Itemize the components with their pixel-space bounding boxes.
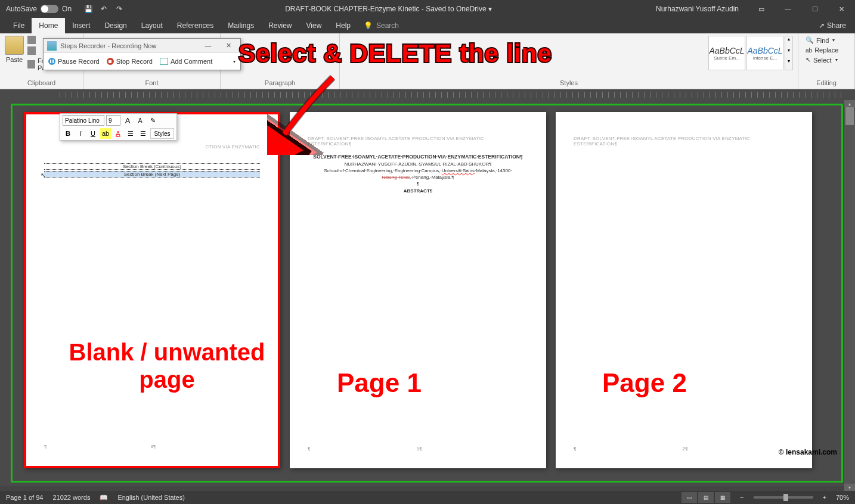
autosave-label: AutoSave	[6, 5, 37, 13]
replace-icon: ab	[806, 47, 812, 54]
tab-design[interactable]: Design	[97, 18, 134, 33]
style-intense-emphasis[interactable]: AaBbCcL Intense E...	[746, 36, 783, 70]
autosave-toggle[interactable]: AutoSave On	[0, 5, 78, 13]
doc-affiliation: School·of·Chemical·Engineering,·Engineer…	[308, 167, 528, 181]
styles-group-label: Styles	[345, 78, 793, 86]
replace-button[interactable]: abReplace	[803, 46, 850, 54]
comment-label: Add Comment	[171, 58, 212, 65]
redo-icon[interactable]: ↷	[114, 4, 124, 14]
find-button[interactable]: 🔍Find▾	[803, 36, 850, 45]
mini-size-input[interactable]	[106, 115, 120, 126]
read-mode-icon[interactable]: ▭	[681, 492, 697, 503]
language-status[interactable]: English (United States)	[117, 494, 185, 501]
zoom-slider[interactable]	[754, 496, 813, 499]
word-count[interactable]: 21022 words	[52, 494, 90, 501]
font-color-icon[interactable]: A	[113, 128, 123, 139]
tab-mailings[interactable]: Mailings	[221, 18, 261, 33]
scroll-thumb[interactable]	[845, 107, 854, 125]
vertical-scrollbar[interactable]: ▴ ▾	[844, 100, 855, 491]
brush-icon	[27, 60, 35, 69]
annotation-arrow	[267, 71, 339, 155]
autosave-switch-icon[interactable]	[41, 5, 58, 13]
pause-record-button[interactable]: Pause Record	[48, 58, 100, 65]
minimize-button[interactable]: —	[775, 0, 801, 18]
save-icon[interactable]: 💾	[83, 4, 93, 14]
italic-icon[interactable]: I	[75, 128, 86, 139]
tab-references[interactable]: References	[170, 18, 221, 33]
page-1[interactable]: DRAFT: SOLVENT-FREE ISOAMYL ACETATE PROD…	[290, 112, 546, 468]
bullets-icon[interactable]: ☰	[125, 128, 136, 139]
share-button[interactable]: ↗ Share	[810, 21, 855, 30]
document-title: DRAFT-BOOK CHAPTER-Enzyme Kinetic - Save…	[130, 5, 647, 13]
autosave-state: On	[62, 5, 72, 13]
ribbon-options-icon[interactable]: ▭	[748, 0, 775, 18]
tab-insert[interactable]: Insert	[65, 18, 97, 33]
zoom-out-button[interactable]: −	[740, 494, 744, 501]
shrink-font-icon[interactable]: A	[135, 115, 145, 126]
mini-toolbar[interactable]: A A ✎ B I U ab A ☰ ☰ Styles	[60, 113, 177, 141]
page-header: DRAFT: SOLVENT-FREE ISOAMYL ACETATE PROD…	[556, 112, 812, 150]
web-layout-icon[interactable]: ▦	[715, 492, 730, 503]
section-break-continuous[interactable]: Section Break (Continuous)	[44, 163, 260, 170]
scroll-down-icon[interactable]: ▾	[844, 484, 855, 491]
zoom-in-button[interactable]: +	[823, 494, 826, 501]
stop-record-button[interactable]: Stop Record	[107, 58, 153, 65]
section-break-next-page[interactable]: Section Break (Next Page)	[44, 171, 260, 178]
select-button[interactable]: ↖Select▾	[803, 55, 850, 64]
clipboard-label: Clipboard	[5, 78, 78, 86]
spell-check-icon[interactable]: 📖	[100, 494, 108, 502]
tab-layout[interactable]: Layout	[134, 18, 170, 33]
undo-icon[interactable]: ↶	[99, 4, 109, 14]
bold-icon[interactable]: B	[63, 128, 73, 139]
page-2[interactable]: DRAFT: SOLVENT-FREE ISOAMYL ACETATE PROD…	[556, 112, 812, 468]
recorder-minimize-button[interactable]: —	[200, 42, 216, 49]
tab-review[interactable]: Review	[261, 18, 299, 33]
underline-icon[interactable]: U	[88, 128, 98, 139]
pilcrow: ¶	[44, 444, 47, 449]
find-icon: 🔍	[806, 36, 814, 44]
page-blank[interactable]: CTION VIA ENZYMATIC Section Break (Conti…	[24, 112, 280, 468]
add-comment-button[interactable]: Add Comment	[160, 58, 212, 65]
vertical-ruler[interactable]	[0, 100, 11, 486]
tell-me-search[interactable]: 💡 Search	[358, 21, 399, 30]
recorder-menu-button[interactable]: ▾	[233, 59, 236, 64]
annotation-main: Select & DELETE the line	[238, 39, 552, 68]
mini-font-input[interactable]	[63, 115, 104, 126]
close-button[interactable]: ✕	[828, 0, 855, 18]
steps-recorder-window[interactable]: Steps Recorder - Recording Now — ✕ Pause…	[43, 38, 241, 70]
chevron-up-icon: ▴	[785, 36, 792, 48]
find-label: Find	[816, 37, 829, 44]
styles-more-button[interactable]: ▴ ▾ ▾	[785, 36, 793, 70]
zoom-level[interactable]: 70%	[836, 494, 849, 501]
editing-group: 🔍Find▾ abReplace ↖Select▾ Editing	[798, 33, 855, 89]
copy-icon	[27, 46, 36, 55]
horizontal-ruler[interactable]	[0, 89, 855, 100]
maximize-button[interactable]: ☐	[801, 0, 828, 18]
grow-font-icon[interactable]: A	[122, 115, 133, 126]
format-painter-icon[interactable]: ✎	[147, 115, 158, 126]
recorder-title-bar[interactable]: Steps Recorder - Recording Now — ✕	[44, 39, 240, 53]
print-layout-icon[interactable]: ▤	[698, 492, 714, 503]
tab-view[interactable]: View	[299, 18, 329, 33]
title-bar: AutoSave On 💾 ↶ ↷ DRAFT-BOOK CHAPTER-Enz…	[0, 0, 855, 18]
pilcrow: ¶	[308, 446, 310, 452]
share-icon: ↗	[819, 21, 825, 30]
user-name[interactable]: Nurhazwani Yusoff Azudin	[647, 5, 748, 13]
tab-home[interactable]: Home	[32, 18, 65, 33]
mini-styles-button[interactable]: Styles	[150, 128, 174, 139]
scroll-up-icon[interactable]: ▴	[844, 100, 855, 107]
recorder-close-button[interactable]: ✕	[220, 42, 237, 49]
abstract-heading: ABSTRACT¶	[308, 188, 528, 194]
status-bar: Page 1 of 94 21022 words 📖 English (Unit…	[0, 491, 855, 504]
annotation-page1: Page 1	[337, 368, 422, 398]
document-area: CTION VIA ENZYMATIC Section Break (Conti…	[0, 100, 855, 486]
style-subtle-emphasis[interactable]: AaBbCcL Subtle Em...	[708, 36, 745, 70]
tab-file[interactable]: File	[6, 18, 32, 33]
pause-icon	[48, 58, 55, 65]
page-status[interactable]: Page 1 of 94	[6, 494, 43, 501]
paste-button[interactable]: Paste	[5, 36, 24, 71]
highlight-icon[interactable]: ab	[100, 128, 111, 139]
chevron-down-icon: ▾	[832, 38, 835, 43]
numbering-icon[interactable]: ☰	[138, 128, 148, 139]
tab-help[interactable]: Help	[329, 18, 358, 33]
